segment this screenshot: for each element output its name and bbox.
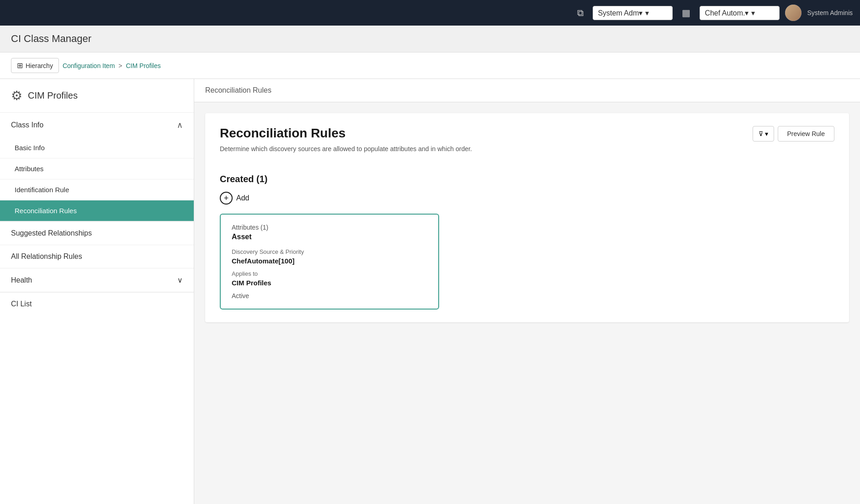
breadcrumb-config-item[interactable]: Configuration Item [63, 62, 115, 69]
reconciliation-rules-label: Reconciliation Rules [15, 207, 77, 215]
attributes-label: Attributes [15, 165, 43, 173]
rec-title: Reconciliation Rules [220, 126, 472, 141]
sidebar-item-suggested-relationships[interactable]: Suggested Relationships [0, 222, 194, 245]
breadcrumb-separator: > [118, 62, 122, 69]
hierarchy-icon: ⊞ [17, 61, 23, 70]
topbar: ⧉ System Adm▾ ▾ ▦ Chef Autom.▾ ▾ System … [0, 0, 860, 26]
layout-icon: ▦ [682, 8, 690, 18]
sidebar: ⚙ CIM Profiles Class Info ∧ Basic Info A… [0, 79, 194, 504]
suggested-relationships-label: Suggested Relationships [11, 229, 92, 237]
rec-header-row: Reconciliation Rules Determine which dis… [220, 126, 834, 165]
sidebar-item-all-relationship-rules[interactable]: All Relationship Rules [0, 245, 194, 268]
clipboard-icon: ⧉ [577, 8, 584, 18]
reconciliation-card: Reconciliation Rules Determine which dis… [205, 113, 849, 322]
created-section-title: Created (1) [220, 174, 834, 184]
sidebar-item-ci-list[interactable]: CI List [0, 292, 194, 315]
content-breadcrumb-label: Reconciliation Rules [205, 86, 271, 94]
rec-description: Determine which discovery sources are al… [220, 144, 472, 154]
breadcrumb-cim-profiles: CIM Profiles [126, 62, 161, 69]
page-title: CI Class Manager [11, 33, 849, 45]
avatar-image [785, 5, 802, 21]
sidebar-profile-header: ⚙ CIM Profiles [0, 79, 194, 113]
add-label: Add [236, 194, 249, 202]
system-admin-label: System Adm▾ [598, 9, 642, 17]
chef-automate-dropdown[interactable]: Chef Autom.▾ ▾ [700, 6, 780, 20]
health-section: Health ∨ [0, 268, 194, 292]
sidebar-item-attributes[interactable]: Attributes [0, 158, 194, 179]
health-header[interactable]: Health ∨ [0, 268, 194, 292]
rule-card-status: Active [232, 292, 427, 299]
rec-toolbar: ⊽ ▾ Preview Rule [753, 126, 834, 142]
content-breadcrumb: Reconciliation Rules [194, 79, 860, 102]
health-label: Health [11, 276, 32, 284]
sidebar-item-basic-info[interactable]: Basic Info [0, 137, 194, 158]
identification-rule-label: Identification Rule [15, 186, 69, 194]
add-button[interactable]: + Add [220, 192, 249, 205]
discovery-source-value: ChefAutomate[100] [232, 257, 427, 265]
health-chevron: ∨ [177, 276, 183, 284]
rule-card[interactable]: Attributes (1) Asset Discovery Source & … [220, 214, 439, 310]
main-layout: ⚙ CIM Profiles Class Info ∧ Basic Info A… [0, 79, 860, 504]
preview-rule-label: Preview Rule [787, 130, 825, 137]
sidebar-profile-title: CIM Profiles [28, 90, 78, 101]
applies-to-label: Applies to [232, 270, 427, 277]
class-info-chevron: ∧ [177, 120, 183, 130]
system-admin-dropdown[interactable]: System Adm▾ ▾ [593, 6, 673, 20]
discovery-source-label: Discovery Source & Priority [232, 248, 427, 255]
sidebar-item-identification-rule[interactable]: Identification Rule [0, 179, 194, 200]
basic-info-label: Basic Info [15, 144, 45, 152]
filter-icon: ⊽ [759, 130, 763, 137]
chef-automate-chevron: ▾ [751, 9, 755, 17]
plus-circle-icon: + [220, 192, 233, 205]
sidebar-item-reconciliation-rules[interactable]: Reconciliation Rules [0, 200, 194, 221]
breadcrumb-bar: ⊞ Hierarchy Configuration Item > CIM Pro… [0, 52, 860, 79]
all-relationship-rules-label: All Relationship Rules [11, 252, 82, 261]
rule-card-attributes-count: Attributes (1) [232, 224, 427, 231]
page-header: CI Class Manager [0, 26, 860, 52]
rec-title-area: Reconciliation Rules Determine which dis… [220, 126, 472, 165]
content-area: Reconciliation Rules Reconciliation Rule… [194, 79, 860, 504]
hierarchy-label: Hierarchy [26, 62, 53, 69]
applies-to-value: CIM Profiles [232, 279, 427, 287]
clipboard-icon-btn[interactable]: ⧉ [573, 6, 587, 20]
layout-icon-btn[interactable]: ▦ [678, 5, 694, 20]
filter-chevron: ▾ [765, 130, 768, 137]
class-info-label: Class Info [11, 121, 43, 129]
content-body: Reconciliation Rules Determine which dis… [194, 102, 860, 333]
username-label: System Adminis [807, 9, 853, 16]
ci-list-label: CI List [11, 300, 32, 308]
class-info-header[interactable]: Class Info ∧ [0, 113, 194, 137]
hierarchy-button[interactable]: ⊞ Hierarchy [11, 58, 59, 73]
gear-icon: ⚙ [11, 88, 22, 103]
class-info-section: Class Info ∧ Basic Info Attributes Ident… [0, 113, 194, 222]
preview-rule-button[interactable]: Preview Rule [778, 126, 834, 142]
rule-card-attribute-name: Asset [232, 233, 427, 241]
breadcrumb: Configuration Item > CIM Profiles [63, 62, 161, 69]
avatar [785, 5, 802, 21]
system-admin-chevron: ▾ [645, 9, 649, 17]
chef-automate-label: Chef Autom.▾ [705, 9, 749, 17]
filter-button[interactable]: ⊽ ▾ [753, 126, 774, 142]
